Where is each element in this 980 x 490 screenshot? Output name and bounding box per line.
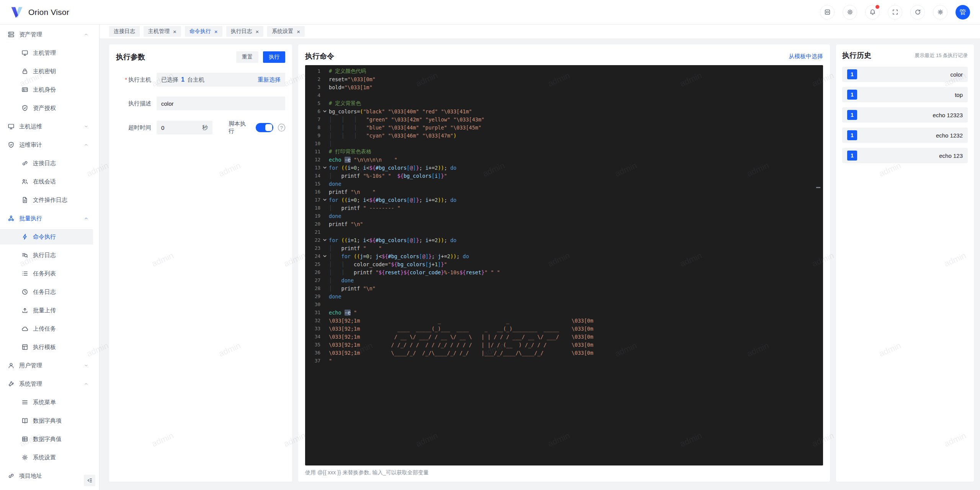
editor-line: 22for ((i=1; i<${#bg_colors[@]}; i+=2));… [305,236,823,244]
history-item[interactable]: 1echo 123 [842,148,968,163]
description-input[interactable] [157,97,285,110]
code-text: │ printf "%-10s" " ${bg_colors[i]}" [329,173,447,179]
fold-chevron-icon[interactable] [320,109,329,113]
history-command-text: echo 123 [939,152,963,159]
sidebar-item-asset-authorization[interactable]: 资产授权 [0,100,93,116]
close-icon[interactable]: × [256,29,259,34]
editor-line: 33\033[92;1m ____ _____(_)___ ____ _ __(… [305,324,823,333]
sidebar-item-system-settings[interactable]: 系统设置 [0,450,93,465]
fold-chevron-icon[interactable] [320,198,329,202]
code-console-button[interactable] [820,5,835,20]
tab-connection-log[interactable]: 连接日志 [109,26,140,37]
chevron-up-icon [84,32,88,37]
sidebar-item-label: 命令执行 [33,233,56,241]
history-item[interactable]: 1color [842,67,968,82]
sidebar-item-label: 任务列表 [33,270,56,277]
sidebar-item-label: 运维审计 [19,141,42,149]
sidebar-item-command-execution[interactable]: 命令执行 [0,229,93,244]
sidebar-item-connection-log[interactable]: 连接日志 [0,156,93,171]
tab-bar: 连接日志主机管理×命令执行×执行日志×系统设置× [100,25,980,38]
sidebar-item-user-management[interactable]: 用户管理 [0,358,93,373]
sidebar-item-execution-template[interactable]: 执行模板 [0,339,93,355]
sidebar-item-task-list[interactable]: 任务列表 [0,266,93,281]
editor-line: 19done [305,212,823,220]
sidebar-item-ops-audit[interactable]: 运维审计 [0,137,93,152]
close-icon[interactable]: × [297,29,300,34]
file-operation-log-icon [21,197,28,203]
sidebar-item-host-identity[interactable]: 主机身份 [0,82,93,97]
theme-button[interactable] [843,5,857,20]
timeout-input[interactable] [161,125,202,131]
sidebar-item-label: 资产管理 [19,31,42,38]
refresh-button[interactable] [910,5,925,20]
line-number: 16 [305,189,320,195]
fullscreen-icon [892,9,898,15]
dict-value-icon [21,436,28,442]
line-number: 23 [305,245,320,251]
sidebar-item-batch-upload[interactable]: 批量上传 [0,303,93,318]
sidebar-item-file-operation-log[interactable]: 文件操作日志 [0,192,93,208]
fold-chevron-icon[interactable] [320,166,329,170]
history-item[interactable]: 1top [842,87,968,102]
editor-hint: 使用 @{{ xxx }} 来替换参数, 输入_可以获取全部变量 [305,469,823,476]
editor-line: 29done [305,292,823,300]
sidebar-item-system-menu[interactable]: 系统菜单 [0,395,93,410]
line-number: 6 [305,108,320,114]
tab-host-management[interactable]: 主机管理× [144,26,181,37]
code-editor[interactable]: 1# 定义颜色代码2reset="\033[0m"3bold="\033[1m"… [305,65,823,465]
line-number: 12 [305,157,320,162]
code-text: for ((i=0; i<${#bg_colors[@]}; i+=2)); d… [329,165,456,171]
sidebar-item-label: 批量上传 [33,307,56,314]
sidebar-item-batch-execution[interactable]: 批量执行 [0,211,93,226]
settings-button[interactable] [933,5,947,20]
run-button[interactable]: 执行 [263,51,285,63]
sidebar-item-project-url[interactable]: 项目地址 [0,468,93,483]
sidebar-item-host-ops[interactable]: 主机运维 [0,119,93,134]
help-icon[interactable]: ? [278,124,285,131]
code-text: │ for ((j=0; j<${#bg_colors[@]}; j+=2));… [329,253,469,259]
notifications-button[interactable] [865,5,880,20]
editor-line: 34\033[92;1m / __ \/ ___/ / __ \/ __ \ |… [305,333,823,341]
sidebar-item-label: 用户管理 [19,362,42,369]
user-avatar[interactable]: 管 [956,5,970,20]
code-text: │ │ │ "green" "\033[42m" "yellow" "\033[… [329,116,484,123]
history-item[interactable]: 1echo 1232 [842,128,968,143]
sidebar-item-asset-management[interactable]: 资产管理 [0,27,93,42]
line-number: 19 [305,213,320,219]
choose-from-template-link[interactable]: 从模板中选择 [789,53,823,60]
sidebar-item-online-session[interactable]: 在线会话 [0,174,93,189]
editor-line: 24│ for ((j=0; j<${#bg_colors[@]}; j+=2)… [305,252,823,260]
history-item[interactable]: 1echo 12323 [842,107,968,123]
command-panel-title: 执行命令 [305,51,334,61]
sidebar-item-upload-task[interactable]: 上传任务 [0,321,93,336]
tab-system-settings[interactable]: 系统设置× [267,26,305,37]
sidebar-item-execution-log[interactable]: 执行日志 [0,247,93,263]
code-text: printf "\n" [329,221,363,227]
tab-command-execution[interactable]: 命令执行× [185,26,222,37]
system-settings-icon [21,454,28,461]
sidebar-item-host-management[interactable]: 主机管理 [0,45,93,61]
fold-chevron-icon[interactable] [320,238,329,242]
line-number: 25 [305,261,320,267]
fold-chevron-icon[interactable] [320,254,329,258]
fullscreen-button[interactable] [888,5,902,20]
close-icon[interactable]: × [214,29,218,34]
reset-button[interactable]: 重置 [236,51,258,63]
script-exec-toggle[interactable] [256,123,273,132]
sidebar-item-dict-value[interactable]: 数据字典值 [0,431,93,447]
sidebar-item-label: 连接日志 [33,160,56,167]
tab-label: 执行日志 [231,28,252,35]
tab-execution-log[interactable]: 执行日志× [226,26,264,37]
description-row: 执行描述 [116,97,285,110]
collapse-sidebar-button[interactable] [84,475,95,486]
sidebar-item-dict-item[interactable]: 数据字典项 [0,413,93,428]
code-console-icon [824,9,831,15]
sidebar-item-task-log[interactable]: 任务日志 [0,284,93,300]
host-ops-icon [8,123,15,130]
close-icon[interactable]: × [173,29,176,34]
sidebar-item-host-keys[interactable]: 主机密钥 [0,64,93,79]
sidebar-item-system-management[interactable]: 系统管理 [0,376,93,392]
reselect-host-link[interactable]: 重新选择 [258,76,281,84]
editor-line: 4 [305,91,823,99]
execution-log-icon [21,252,28,259]
